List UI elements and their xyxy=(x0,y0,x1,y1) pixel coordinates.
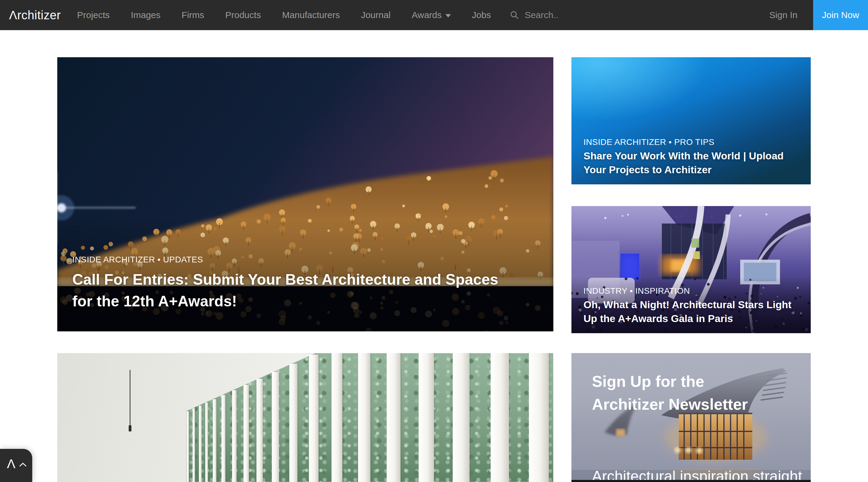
nav-item-journal[interactable]: Journal xyxy=(361,10,391,20)
nav-item-images[interactable]: Images xyxy=(131,10,160,20)
pillar xyxy=(418,353,434,482)
search-bar xyxy=(510,10,615,20)
nav-links: Projects Images Firms Products Manufactu… xyxy=(77,10,491,20)
article-card-gala[interactable]: INDUSTRY • INSPIRATION Oh, What a Night!… xyxy=(571,206,811,333)
newsletter-title: Sign Up for the Architizer Newsletter xyxy=(592,370,779,416)
hero-card-text: INSIDE ARCHITIZER • UPDATES Call For Ent… xyxy=(57,255,553,331)
pendant-light-cord xyxy=(130,370,130,426)
hero-title: Call For Entries: Submit Your Best Archi… xyxy=(72,269,518,312)
pillar xyxy=(332,353,342,482)
chevron-up-icon xyxy=(19,463,27,467)
gala-kicker: INDUSTRY • INSPIRATION xyxy=(584,286,798,296)
pillar xyxy=(205,403,208,482)
nav-item-projects[interactable]: Projects xyxy=(77,10,110,20)
caret-down-icon xyxy=(445,14,451,18)
pillar xyxy=(213,399,216,482)
pillar xyxy=(256,379,263,482)
pro-tips-kicker: INSIDE ARCHITIZER • PRO TIPS xyxy=(584,137,798,147)
pillar xyxy=(289,364,298,482)
main-content: INSIDE ARCHITIZER • UPDATES Call For Ent… xyxy=(0,30,868,482)
nav-item-awards-label: Awards xyxy=(412,10,442,20)
newsletter-bottom-strip xyxy=(571,480,811,482)
article-card-hero[interactable]: INSIDE ARCHITIZER • UPDATES Call For Ent… xyxy=(57,57,553,331)
architizer-expand-widget[interactable]: Λ xyxy=(0,449,32,482)
pillar xyxy=(358,353,370,482)
pillar xyxy=(529,353,549,482)
pillar xyxy=(244,385,249,482)
pillar xyxy=(387,353,401,482)
pillar xyxy=(309,355,318,482)
pillar xyxy=(453,353,470,482)
nav-item-awards[interactable]: Awards xyxy=(412,10,451,20)
pro-tips-title: Share Your Work With the World | Upload … xyxy=(584,149,798,176)
pillar xyxy=(221,395,225,482)
pendant-light-bulb xyxy=(129,425,131,431)
top-nav: Λrchitizer Projects Images Firms Product… xyxy=(0,0,868,30)
nav-item-firms[interactable]: Firms xyxy=(182,10,204,20)
nav-item-manufacturers[interactable]: Manufacturers xyxy=(282,10,340,20)
nav-item-jobs[interactable]: Jobs xyxy=(472,10,491,20)
pro-tips-card-text: INSIDE ARCHITIZER • PRO TIPS Share Your … xyxy=(571,137,811,184)
nav-right: Sign In Join Now xyxy=(770,0,868,30)
search-input[interactable] xyxy=(525,10,615,20)
gala-title: Oh, What a Night! Architectural Stars Li… xyxy=(584,298,798,325)
pillar xyxy=(199,406,202,482)
pillar xyxy=(272,372,279,482)
newsletter-signup-card[interactable]: Sign Up for the Architizer Newsletter Ar… xyxy=(571,353,811,482)
pillar xyxy=(187,411,189,482)
architizer-logo[interactable]: Λrchitizer xyxy=(9,8,61,22)
pillar xyxy=(193,409,195,482)
hero-kicker: INSIDE ARCHITIZER • UPDATES xyxy=(72,255,535,264)
architizer-a-logo: Λ xyxy=(7,457,16,471)
gala-card-text: INDUSTRY • INSPIRATION Oh, What a Night!… xyxy=(571,286,811,333)
nav-item-products[interactable]: Products xyxy=(225,10,261,20)
article-card-pro-tips[interactable]: INSIDE ARCHITIZER • PRO TIPS Share Your … xyxy=(571,57,811,184)
join-now-button[interactable]: Join Now xyxy=(813,0,868,30)
pillar xyxy=(491,353,509,482)
article-card-columns[interactable] xyxy=(57,353,553,482)
pillar xyxy=(232,390,237,482)
sign-in-link[interactable]: Sign In xyxy=(770,10,798,20)
search-icon[interactable] xyxy=(510,10,519,20)
